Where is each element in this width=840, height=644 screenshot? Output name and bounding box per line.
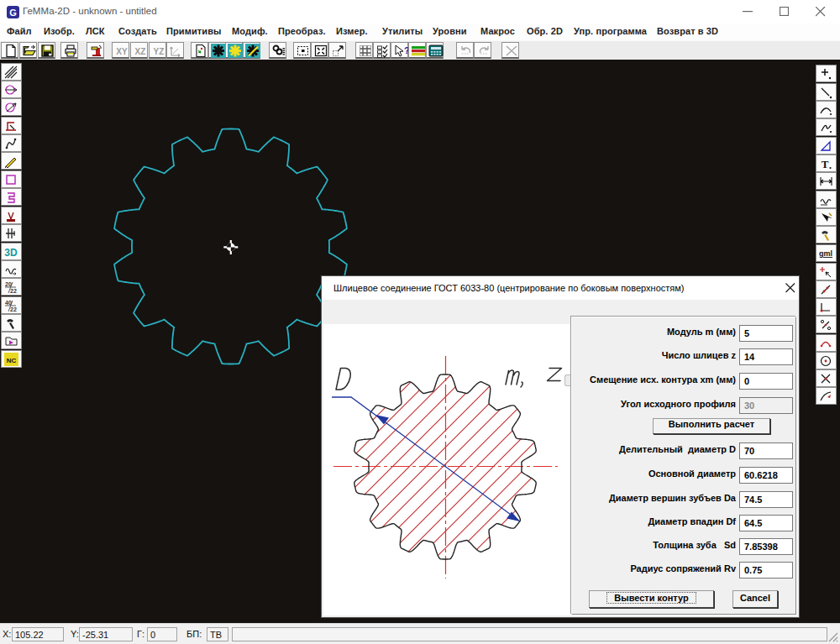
svg-text:G: G xyxy=(9,8,17,18)
svg-text:NC: NC xyxy=(7,357,17,364)
svg-text:YZ: YZ xyxy=(154,47,165,56)
svg-text:gml: gml xyxy=(819,249,832,258)
svg-text:XZ: XZ xyxy=(135,47,146,56)
svg-text:3D: 3D xyxy=(4,247,18,259)
svg-text:22: 22 xyxy=(10,306,17,312)
svg-text:XY: XY xyxy=(116,47,128,56)
svg-text:22: 22 xyxy=(10,288,17,294)
svg-text:T: T xyxy=(822,158,829,170)
